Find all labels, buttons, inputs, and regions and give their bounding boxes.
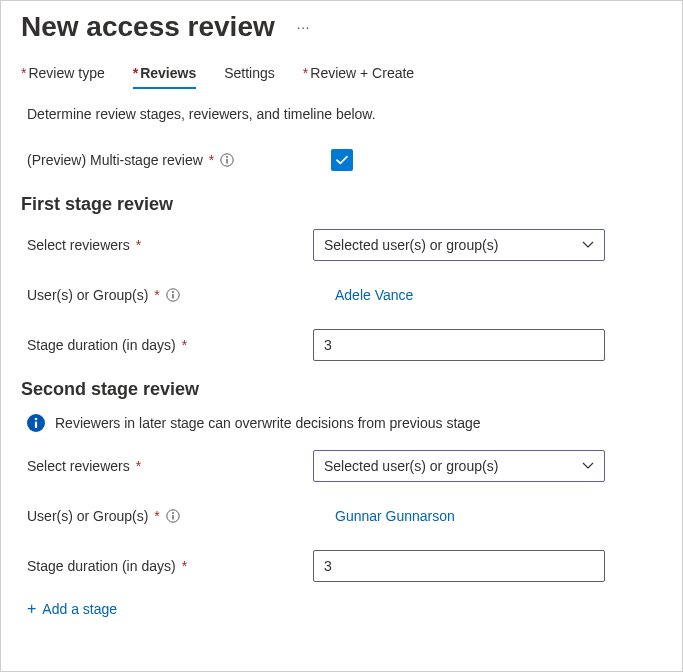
chevron-down-icon — [582, 459, 594, 473]
plus-icon: + — [27, 600, 36, 618]
tab-settings[interactable]: Settings — [224, 61, 275, 89]
select-reviewers-label: Select reviewers — [27, 458, 130, 474]
dropdown-value: Selected user(s) or group(s) — [324, 237, 498, 253]
select-reviewers-dropdown-2[interactable]: Selected user(s) or group(s) — [313, 450, 605, 482]
dropdown-value: Selected user(s) or group(s) — [324, 458, 498, 474]
select-reviewers-label: Select reviewers — [27, 237, 130, 253]
info-icon — [27, 414, 45, 432]
required-star: * — [209, 152, 214, 168]
stage-duration-label: Stage duration (in days) — [27, 337, 176, 353]
svg-point-7 — [35, 418, 38, 421]
required-star: * — [136, 458, 141, 474]
svg-point-1 — [226, 156, 228, 158]
svg-rect-8 — [35, 422, 37, 429]
users-link-1[interactable]: Adele Vance — [335, 287, 413, 303]
tab-description: Determine review stages, reviewers, and … — [27, 106, 656, 122]
required-star: * — [154, 508, 159, 524]
svg-rect-5 — [172, 294, 173, 299]
users-groups-label: User(s) or Group(s) — [27, 508, 148, 524]
users-groups-label: User(s) or Group(s) — [27, 287, 148, 303]
chevron-down-icon — [582, 238, 594, 252]
tab-reviews[interactable]: *Reviews — [133, 61, 197, 89]
tab-review-create[interactable]: *Review + Create — [303, 61, 414, 89]
add-stage-label: Add a stage — [42, 601, 117, 617]
svg-point-4 — [172, 291, 174, 293]
tabs: *Review type *Reviews Settings *Review +… — [21, 61, 662, 90]
info-banner-text: Reviewers in later stage can overwrite d… — [55, 415, 481, 431]
tab-label: Review + Create — [310, 65, 414, 81]
tab-label: Review type — [28, 65, 104, 81]
stage-duration-label: Stage duration (in days) — [27, 558, 176, 574]
page-title: New access review — [21, 11, 275, 43]
required-star: * — [21, 65, 26, 81]
stage-duration-input-2[interactable] — [313, 550, 605, 582]
required-star: * — [136, 237, 141, 253]
tab-label: Settings — [224, 65, 275, 81]
stage-duration-input-1[interactable] — [313, 329, 605, 361]
second-stage-title: Second stage review — [21, 379, 662, 400]
info-icon[interactable] — [220, 153, 234, 167]
select-reviewers-dropdown-1[interactable]: Selected user(s) or group(s) — [313, 229, 605, 261]
add-stage-link[interactable]: + Add a stage — [27, 600, 656, 618]
tab-label: Reviews — [140, 65, 196, 81]
svg-rect-11 — [172, 515, 173, 520]
svg-point-10 — [172, 512, 174, 514]
multistage-label: (Preview) Multi-stage review — [27, 152, 203, 168]
first-stage-title: First stage review — [21, 194, 662, 215]
tab-review-type[interactable]: *Review type — [21, 61, 105, 89]
users-link-2[interactable]: Gunnar Gunnarson — [335, 508, 455, 524]
multistage-checkbox[interactable] — [331, 149, 353, 171]
ellipsis-icon[interactable]: ··· — [297, 19, 310, 35]
required-star: * — [182, 337, 187, 353]
required-star: * — [182, 558, 187, 574]
svg-rect-2 — [227, 159, 228, 164]
info-icon[interactable] — [166, 288, 180, 302]
required-star: * — [133, 65, 138, 81]
required-star: * — [303, 65, 308, 81]
required-star: * — [154, 287, 159, 303]
info-icon[interactable] — [166, 509, 180, 523]
